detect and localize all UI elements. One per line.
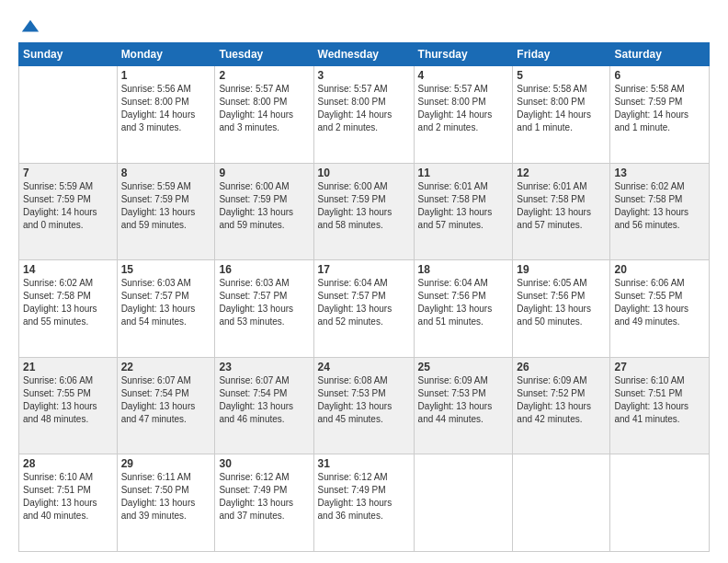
day-info: Sunrise: 6:10 AM Sunset: 7:51 PM Dayligh… (614, 374, 705, 426)
day-number: 30 (219, 457, 309, 470)
day-info: Sunrise: 6:00 AM Sunset: 7:59 PM Dayligh… (318, 180, 410, 232)
day-number: 29 (121, 457, 211, 470)
weekday-header-wednesday: Wednesday (313, 43, 414, 66)
calendar-cell: 11Sunrise: 6:01 AM Sunset: 7:58 PM Dayli… (414, 163, 513, 260)
calendar-cell: 9Sunrise: 6:00 AM Sunset: 7:59 PM Daylig… (215, 163, 313, 260)
day-info: Sunrise: 5:59 AM Sunset: 7:59 PM Dayligh… (23, 180, 113, 232)
day-info: Sunrise: 5:58 AM Sunset: 8:00 PM Dayligh… (517, 83, 606, 134)
calendar-cell: 14Sunrise: 6:02 AM Sunset: 7:58 PM Dayli… (19, 260, 118, 358)
day-number: 17 (318, 263, 410, 276)
day-number: 3 (318, 69, 410, 82)
weekday-header-tuesday: Tuesday (215, 43, 313, 66)
calendar-cell (19, 66, 118, 164)
day-info: Sunrise: 6:12 AM Sunset: 7:49 PM Dayligh… (219, 471, 309, 523)
calendar-cell: 5Sunrise: 5:58 AM Sunset: 8:00 PM Daylig… (513, 66, 610, 164)
day-number: 18 (418, 263, 509, 276)
day-info: Sunrise: 6:01 AM Sunset: 7:58 PM Dayligh… (418, 180, 509, 232)
day-number: 25 (418, 361, 509, 373)
day-info: Sunrise: 6:08 AM Sunset: 7:53 PM Dayligh… (318, 374, 410, 426)
day-number: 1 (121, 69, 211, 82)
day-number: 6 (614, 69, 705, 82)
calendar-table: SundayMondayTuesdayWednesdayThursdayFrid… (18, 42, 710, 552)
day-info: Sunrise: 6:02 AM Sunset: 7:58 PM Dayligh… (614, 180, 705, 232)
day-number: 13 (614, 167, 705, 179)
weekday-header-thursday: Thursday (414, 43, 513, 66)
day-number: 20 (614, 263, 705, 276)
svg-marker-0 (22, 20, 39, 32)
day-number: 15 (121, 263, 211, 276)
calendar-cell: 20Sunrise: 6:06 AM Sunset: 7:55 PM Dayli… (610, 260, 710, 358)
day-info: Sunrise: 6:07 AM Sunset: 7:54 PM Dayligh… (219, 374, 309, 426)
week-row-4: 21Sunrise: 6:06 AM Sunset: 7:55 PM Dayli… (19, 357, 710, 454)
day-info: Sunrise: 6:01 AM Sunset: 7:58 PM Dayligh… (517, 180, 606, 232)
day-number: 10 (318, 167, 410, 179)
logo-icon (20, 17, 40, 37)
calendar-cell: 7Sunrise: 5:59 AM Sunset: 7:59 PM Daylig… (19, 163, 118, 260)
day-number: 28 (23, 457, 113, 470)
day-number: 7 (23, 167, 113, 179)
day-number: 2 (219, 69, 309, 82)
day-info: Sunrise: 6:06 AM Sunset: 7:55 PM Dayligh… (23, 374, 113, 426)
day-info: Sunrise: 6:05 AM Sunset: 7:56 PM Dayligh… (517, 277, 606, 328)
calendar-cell (414, 454, 513, 552)
day-number: 22 (121, 361, 211, 373)
calendar-cell: 17Sunrise: 6:04 AM Sunset: 7:57 PM Dayli… (313, 260, 414, 358)
calendar-cell: 21Sunrise: 6:06 AM Sunset: 7:55 PM Dayli… (19, 357, 118, 454)
calendar-cell (610, 454, 710, 552)
day-number: 21 (23, 361, 113, 373)
day-number: 12 (517, 167, 606, 179)
day-info: Sunrise: 5:59 AM Sunset: 7:59 PM Dayligh… (121, 180, 211, 232)
day-info: Sunrise: 6:04 AM Sunset: 7:56 PM Dayligh… (418, 277, 509, 328)
calendar-cell: 18Sunrise: 6:04 AM Sunset: 7:56 PM Dayli… (414, 260, 513, 358)
day-info: Sunrise: 6:03 AM Sunset: 7:57 PM Dayligh… (219, 277, 309, 328)
day-info: Sunrise: 6:09 AM Sunset: 7:52 PM Dayligh… (517, 374, 606, 426)
day-number: 24 (318, 361, 410, 373)
day-info: Sunrise: 6:12 AM Sunset: 7:49 PM Dayligh… (318, 471, 410, 523)
day-number: 27 (614, 361, 705, 373)
weekday-header-friday: Friday (513, 43, 610, 66)
calendar-cell: 10Sunrise: 6:00 AM Sunset: 7:59 PM Dayli… (313, 163, 414, 260)
week-row-3: 14Sunrise: 6:02 AM Sunset: 7:58 PM Dayli… (19, 260, 710, 358)
day-number: 8 (121, 167, 211, 179)
logo (18, 17, 40, 33)
day-number: 19 (517, 263, 606, 276)
calendar-cell: 15Sunrise: 6:03 AM Sunset: 7:57 PM Dayli… (117, 260, 215, 358)
day-info: Sunrise: 5:58 AM Sunset: 7:59 PM Dayligh… (614, 83, 705, 134)
day-number: 11 (418, 167, 509, 179)
calendar-cell: 6Sunrise: 5:58 AM Sunset: 7:59 PM Daylig… (610, 66, 710, 164)
calendar-cell: 25Sunrise: 6:09 AM Sunset: 7:53 PM Dayli… (414, 357, 513, 454)
calendar-cell: 27Sunrise: 6:10 AM Sunset: 7:51 PM Dayli… (610, 357, 710, 454)
day-info: Sunrise: 6:10 AM Sunset: 7:51 PM Dayligh… (23, 471, 113, 523)
page: SundayMondayTuesdayWednesdayThursdayFrid… (0, 0, 728, 563)
day-info: Sunrise: 5:57 AM Sunset: 8:00 PM Dayligh… (418, 83, 509, 134)
day-info: Sunrise: 6:04 AM Sunset: 7:57 PM Dayligh… (318, 277, 410, 328)
week-row-5: 28Sunrise: 6:10 AM Sunset: 7:51 PM Dayli… (19, 454, 710, 552)
day-info: Sunrise: 6:03 AM Sunset: 7:57 PM Dayligh… (121, 277, 211, 328)
calendar-cell: 13Sunrise: 6:02 AM Sunset: 7:58 PM Dayli… (610, 163, 710, 260)
calendar-cell: 23Sunrise: 6:07 AM Sunset: 7:54 PM Dayli… (215, 357, 313, 454)
week-row-1: 1Sunrise: 5:56 AM Sunset: 8:00 PM Daylig… (19, 66, 710, 164)
calendar-cell: 24Sunrise: 6:08 AM Sunset: 7:53 PM Dayli… (313, 357, 414, 454)
day-number: 4 (418, 69, 509, 82)
day-info: Sunrise: 6:06 AM Sunset: 7:55 PM Dayligh… (614, 277, 705, 328)
day-info: Sunrise: 6:07 AM Sunset: 7:54 PM Dayligh… (121, 374, 211, 426)
day-info: Sunrise: 6:00 AM Sunset: 7:59 PM Dayligh… (219, 180, 309, 232)
calendar-cell: 4Sunrise: 5:57 AM Sunset: 8:00 PM Daylig… (414, 66, 513, 164)
week-row-2: 7Sunrise: 5:59 AM Sunset: 7:59 PM Daylig… (19, 163, 710, 260)
calendar-cell: 28Sunrise: 6:10 AM Sunset: 7:51 PM Dayli… (19, 454, 118, 552)
calendar-cell: 1Sunrise: 5:56 AM Sunset: 8:00 PM Daylig… (117, 66, 215, 164)
weekday-header-sunday: Sunday (19, 43, 118, 66)
calendar-cell: 2Sunrise: 5:57 AM Sunset: 8:00 PM Daylig… (215, 66, 313, 164)
day-number: 23 (219, 361, 309, 373)
calendar-cell: 3Sunrise: 5:57 AM Sunset: 8:00 PM Daylig… (313, 66, 414, 164)
calendar-cell: 12Sunrise: 6:01 AM Sunset: 7:58 PM Dayli… (513, 163, 610, 260)
day-number: 5 (517, 69, 606, 82)
day-info: Sunrise: 5:57 AM Sunset: 8:00 PM Dayligh… (219, 83, 309, 134)
calendar-cell: 8Sunrise: 5:59 AM Sunset: 7:59 PM Daylig… (117, 163, 215, 260)
day-number: 16 (219, 263, 309, 276)
day-info: Sunrise: 6:09 AM Sunset: 7:53 PM Dayligh… (418, 374, 509, 426)
day-info: Sunrise: 5:56 AM Sunset: 8:00 PM Dayligh… (121, 83, 211, 134)
weekday-header-saturday: Saturday (610, 43, 710, 66)
calendar-cell: 29Sunrise: 6:11 AM Sunset: 7:50 PM Dayli… (117, 454, 215, 552)
calendar-cell: 31Sunrise: 6:12 AM Sunset: 7:49 PM Dayli… (313, 454, 414, 552)
